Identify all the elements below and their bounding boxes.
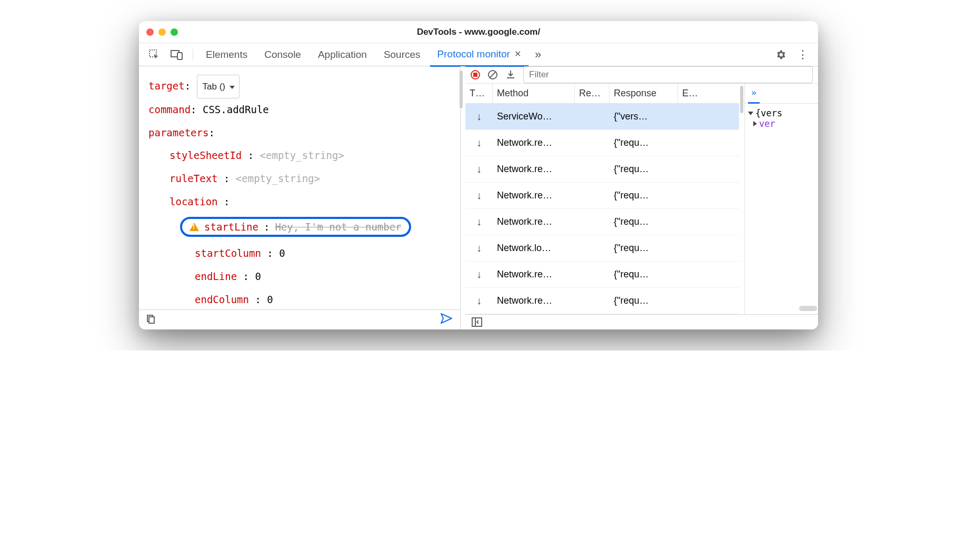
tab-label: Protocol monitor [437, 48, 510, 60]
tree-child: ver [759, 118, 775, 129]
traffic-lights [146, 28, 178, 36]
invalid-param-highlight: startLine : Hey, I'm not a number [180, 217, 411, 237]
log-table: T… Method Re… Response E… ↓ServiceWo…{"v… [465, 84, 739, 314]
target-label: target [148, 80, 185, 92]
tab-protocol-monitor[interactable]: Protocol monitor ✕ [430, 43, 529, 67]
cell-response: {"requ… [610, 243, 678, 254]
arrow-down-icon: ↓ [476, 163, 482, 175]
invalid-value[interactable]: Hey, I'm not a number [275, 221, 401, 233]
table-header: T… Method Re… Response E… [465, 84, 739, 104]
detail-scrollbar[interactable] [799, 306, 817, 311]
tab-label: Console [264, 49, 301, 61]
arrow-down-icon: ↓ [476, 111, 482, 122]
divider-handle[interactable] [460, 71, 463, 108]
cell-method: Network.re… [493, 190, 575, 201]
col-method[interactable]: Method [493, 84, 575, 103]
table-row[interactable]: ↓Network.re…{"requ… [465, 288, 739, 314]
tab-console[interactable]: Console [257, 43, 308, 66]
param-key: endColumn [195, 294, 249, 305]
main-body: target: Tab () command: CSS.addRule para… [139, 66, 818, 329]
json-tree[interactable]: {vers ver [745, 104, 818, 133]
arrow-down-icon: ↓ [476, 216, 482, 227]
close-tab-icon[interactable]: ✕ [514, 49, 521, 59]
cell-response: {"requ… [610, 137, 678, 148]
pane-divider[interactable] [460, 66, 465, 329]
detail-more-tabs[interactable]: » [748, 84, 760, 104]
minimize-window-button[interactable] [158, 28, 166, 36]
table-row[interactable]: ↓ServiceWo…{"vers… [465, 104, 739, 130]
target-select[interactable]: Tab () [197, 75, 240, 98]
settings-icon[interactable] [771, 46, 791, 64]
table-row[interactable]: ↓Network.re…{"requ… [465, 209, 739, 235]
copy-icon[interactable] [146, 314, 156, 326]
param-key: startColumn [195, 247, 261, 259]
table-row[interactable]: ↓Network.re…{"requ… [465, 130, 739, 156]
send-icon[interactable] [440, 313, 453, 327]
tab-label: Application [318, 49, 367, 61]
log-body: T… Method Re… Response E… ↓ServiceWo…{"v… [465, 84, 818, 314]
record-icon[interactable] [471, 70, 480, 79]
kebab-menu-icon[interactable]: ⋮ [793, 45, 813, 65]
device-toggle-icon[interactable] [166, 46, 187, 63]
warning-icon [190, 223, 199, 231]
detail-pane: » {vers ver [744, 84, 818, 314]
svg-rect-4 [149, 317, 154, 323]
devtools-window: DevTools - www.google.com/ Elements Cons… [139, 21, 818, 329]
tab-sources[interactable]: Sources [376, 43, 428, 66]
param-key: ruleText [170, 173, 218, 184]
editor-footer [139, 309, 460, 329]
filter-input[interactable] [523, 66, 813, 83]
tab-application[interactable]: Application [311, 43, 374, 66]
table-scrollbar[interactable] [740, 86, 743, 113]
param-key: styleSheetId [170, 149, 242, 161]
cell-response: {"requ… [610, 216, 678, 227]
command-label: command [148, 104, 191, 115]
cell-response: {"requ… [610, 164, 678, 175]
param-value[interactable]: 0 [255, 271, 261, 282]
param-value[interactable]: <empty_string> [236, 173, 320, 184]
col-request[interactable]: Re… [575, 84, 610, 103]
param-key: startLine [204, 221, 258, 233]
table-row[interactable]: ↓Network.lo…{"requ… [465, 235, 739, 262]
arrow-down-icon: ↓ [476, 268, 482, 280]
cell-method: ServiceWo… [493, 111, 575, 122]
col-elapsed[interactable]: E… [678, 84, 704, 103]
chevron-down-icon[interactable] [748, 112, 753, 115]
protocol-log-pane: T… Method Re… Response E… ↓ServiceWo…{"v… [465, 66, 818, 329]
table-row[interactable]: ↓Network.re…{"requ… [465, 262, 739, 288]
param-value[interactable]: 0 [279, 247, 285, 259]
close-window-button[interactable] [146, 28, 154, 36]
arrow-down-icon: ↓ [476, 137, 482, 148]
table-row[interactable]: ↓Network.re…{"requ… [465, 156, 739, 183]
zoom-window-button[interactable] [171, 28, 178, 36]
param-value[interactable]: <empty_string> [260, 149, 344, 161]
cell-response: {"vers… [610, 111, 678, 122]
arrow-down-icon: ↓ [476, 295, 482, 306]
table-row[interactable]: ↓Network.re…{"requ… [465, 183, 739, 209]
param-value[interactable]: 0 [267, 294, 273, 305]
more-tabs-icon[interactable]: » [531, 45, 545, 65]
svg-rect-2 [177, 53, 182, 59]
download-icon[interactable] [505, 69, 516, 80]
command-value[interactable]: CSS.addRule [203, 104, 269, 115]
cell-method: Network.re… [493, 137, 575, 148]
command-editor: target: Tab () command: CSS.addRule para… [139, 66, 460, 309]
svg-line-6 [490, 72, 496, 78]
protocol-editor-pane: target: Tab () command: CSS.addRule para… [139, 66, 460, 329]
clear-icon[interactable] [487, 69, 498, 80]
inspect-icon[interactable] [144, 46, 164, 64]
parameters-label: parameters [148, 127, 208, 138]
param-key: location [170, 196, 218, 207]
main-toolbar: Elements Console Application Sources Pro… [139, 43, 818, 66]
col-type[interactable]: T… [465, 84, 493, 103]
chevron-right-icon[interactable] [753, 121, 757, 126]
col-response[interactable]: Response [610, 84, 678, 103]
cell-method: Network.re… [493, 269, 575, 280]
tab-label: Sources [384, 49, 421, 61]
toggle-drawer-icon[interactable] [472, 317, 482, 327]
cell-response: {"requ… [610, 295, 678, 306]
tab-elements[interactable]: Elements [198, 43, 255, 66]
log-toolbar [465, 66, 818, 84]
cell-response: {"requ… [610, 190, 678, 201]
cell-method: Network.re… [493, 295, 575, 306]
